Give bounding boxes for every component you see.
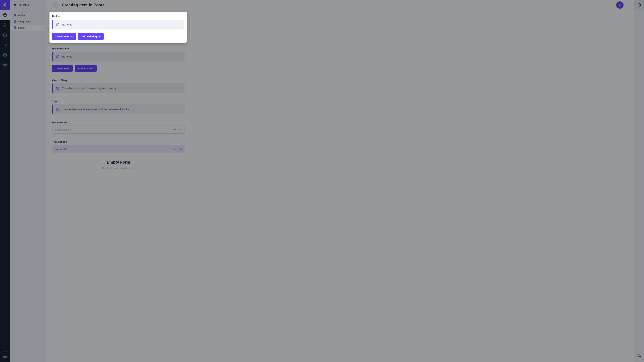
builder-add-existing-button[interactable]: Add Existing: [78, 33, 104, 40]
button-label: Create New: [56, 35, 69, 38]
caret-down-icon: [71, 36, 73, 37]
builder-notice: No items: [52, 19, 184, 29]
field-label-builder: Builder: [52, 15, 184, 17]
caret-down-icon: [98, 36, 100, 37]
info-icon: [56, 23, 60, 26]
notice-text: No items: [62, 23, 72, 26]
builder-create-new-button[interactable]: Create New: [52, 33, 76, 40]
button-label: Add Existing: [82, 35, 97, 38]
builder-card: Builder No items Create New Add Existing: [50, 11, 187, 43]
